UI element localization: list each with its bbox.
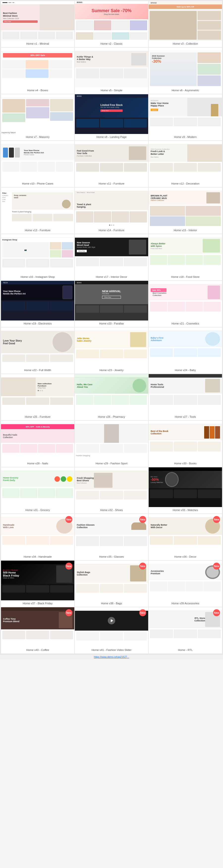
item-label: Home v23 - Jewelry	[98, 369, 124, 372]
item-label: Home v31 - Grocery	[24, 508, 51, 512]
list-item[interactable]: BROWN PLANTCERAMIC MUG Interior Collecti…	[149, 188, 222, 234]
thumbnail-v13: Filter Category Price Color Size Gray ce…	[1, 188, 74, 227]
item-label: Home v24 - Baby	[174, 369, 197, 372]
list-item[interactable]: Sale 50% Best CosmeticsCollection Home v…	[149, 281, 222, 327]
thumbnail-v38: New Stylish BagsCollection	[75, 561, 148, 600]
list-item[interactable]: Kuhle Things &A Better Way Best Sellers …	[75, 48, 148, 94]
list-item[interactable]: BSNS Limited Free Stock Get the best dea…	[75, 94, 148, 141]
thumbnail-v29: Fashion Shopping	[75, 421, 148, 460]
item-label: Home v5 - Simple	[100, 89, 123, 92]
list-item[interactable]: New Naturally BetterWith Decor Home v36 …	[149, 514, 222, 560]
list-item[interactable]: New Season Wood Head Towel & planthangin…	[75, 188, 148, 234]
list-item[interactable]: New Home v41 - Fashion Video Slider	[75, 607, 148, 653]
list-item[interactable]: 30% OFF Sale Home v4 - Boxes	[1, 48, 74, 94]
item-label: Home v19 - Electronics	[23, 322, 53, 325]
item-label: Home v38 - Bags	[100, 602, 123, 605]
thumbnail-v31: Home GroceryFresh Daily	[1, 467, 74, 507]
list-item[interactable]: New Fashion GlassesCollection Home v35 -…	[75, 514, 148, 560]
list-item[interactable]: TECH Your New PhoneNeeds the Perfect Art…	[1, 281, 74, 327]
list-item[interactable]: Filter Category Price Color Size Gray ce…	[1, 188, 74, 234]
thumbnail-v25: New collectionFurniture Shop Now	[1, 374, 74, 414]
item-label: Home v2 - Classic	[99, 42, 123, 45]
item-label: Home v7 - Masonry	[25, 135, 50, 138]
item-label: Home v27 - Tools	[174, 415, 197, 418]
thumbnail-v32: Fresh ShoppingBest Shoes New Collection	[75, 467, 148, 507]
product-grid: Best FashionMinimal Store New Collection…	[0, 0, 223, 654]
list-item[interactable]: 2019 Summer Collection Fresh Look &Bette…	[149, 141, 222, 187]
new-badge: New	[213, 609, 220, 616]
item-label: Home v40 - Coffee	[25, 648, 50, 651]
item-label: Home v33 - Watches	[172, 508, 199, 512]
thumbnail-v6: 2019 SummerCollection -30%	[149, 48, 222, 87]
new-badge: New	[139, 563, 146, 569]
thumbnail-v20: BSNS New Arrival The Best Shop Now	[75, 281, 148, 320]
thumbnail-v2: BSNS Summer Sale -70% Shop the best deal…	[75, 1, 148, 41]
list-item[interactable]: 40% OFF - Nails & Beauty Beautiful Nails…	[1, 421, 74, 467]
thumbnail-v11: Feel Good FromYour Sofa Furniture Collec…	[75, 141, 148, 181]
list-item[interactable]: Home ToolsProfessional Home v27 - Tools	[149, 374, 222, 420]
list-item[interactable]: Modern Make Your HomeHappy Place Explore…	[149, 94, 222, 141]
list-item[interactable]: New HandmadeWith Love Home v34 - Handmad…	[1, 514, 74, 560]
list-item[interactable]: Fresh ShoppingBest Shoes New Collection …	[75, 467, 148, 514]
new-badge: New	[65, 563, 72, 569]
item-label: Home v39 Accessories	[171, 602, 200, 605]
list-item[interactable]: Love Your StoryFeel Good Home v22 - Full…	[1, 328, 74, 374]
list-item[interactable]: Feel Good FromYour Sofa Furniture Collec…	[75, 141, 148, 187]
list-item[interactable]: New Stylish BagsCollection Home v38 - Ba…	[75, 561, 148, 607]
item-label: Home v11 - Furniture	[98, 182, 125, 185]
list-item[interactable]: Best of the BookCollection Home v30 - Bo…	[149, 421, 222, 467]
new-badge: New	[213, 563, 220, 569]
item-label: Home v1 - Minimal	[25, 42, 50, 45]
thumbnail-v34: New HandmadeWith Love	[1, 514, 74, 554]
list-item[interactable]: New collectionFurniture Shop Now Home v2…	[1, 374, 74, 420]
thumbnail-v33: BIG SALE -50% Luxury Watches	[149, 467, 222, 507]
item-label: Home v29 - Fashion Sport	[95, 462, 128, 465]
item-label: Home v22 - Full Width	[23, 369, 52, 372]
new-badge: New	[65, 516, 72, 523]
thumbnail-v41: New	[75, 607, 148, 647]
item-label: Home - RTL	[177, 648, 194, 651]
item-label: Home v20 - Parallax	[98, 322, 125, 325]
thumbnail-vrtl: New RTL StoreCollection	[149, 607, 222, 647]
item-label: Home v3 - Collection	[172, 42, 199, 45]
item-label: Home v10 - Phone Cases	[21, 182, 54, 185]
list-item[interactable]: Baby's FirstAdventure Home v24 - Baby	[149, 328, 222, 374]
list-item[interactable]: Best FashionMinimal Store New Collection…	[1, 1, 74, 47]
item-label: Home v25 - Furniture	[24, 415, 51, 418]
new-badge: New	[213, 516, 220, 523]
thumbnail-v37: New Black Friday 509 HomeBlack Friday De…	[1, 561, 74, 600]
list-item[interactable]: Always Betterwith Spice Fresh Food Store…	[149, 234, 222, 280]
item-label: Home v8 - Landing Page	[96, 135, 127, 138]
thumbnail-v3: BRAND Sale up to 50% Off	[149, 1, 222, 41]
item-label: Home v34 - Handmade	[23, 555, 53, 558]
list-item[interactable]: Inspired by Nature Home v7 - Masonry	[1, 94, 74, 141]
list-item[interactable]: Fashion Shopping Home v29 - Fashion Spor…	[75, 421, 148, 467]
item-label: Home v4 - Boxes	[26, 89, 49, 92]
thumbnail-v23: Jolie StoresSales Jewelry	[75, 328, 148, 367]
item-label: Home v13 - Furniture	[24, 229, 51, 232]
item-label: Home v17 - Interior Decor	[95, 275, 128, 278]
list-item[interactable]: Home GroceryFresh Daily Home v31 - Groce…	[1, 467, 74, 514]
list-item[interactable]: BRAND Sale up to 50% Off Home v3 - Colle…	[149, 1, 222, 47]
item-label: Home v28 - Nails	[26, 462, 49, 465]
list-item[interactable]: Your New PhoneNeeds the Perfect Art Phon…	[1, 141, 74, 187]
item-label: Home v15 - Interior	[173, 229, 198, 232]
list-item[interactable]: New AccessoriesPremium Home v39 Accessor…	[149, 561, 222, 607]
list-item[interactable]: New Black Friday 509 HomeBlack Friday De…	[1, 561, 74, 607]
item-label: Home v16 - Instagram Shop	[20, 275, 56, 278]
list-item[interactable]: BSNS New Arrival The Best Shop Now Home …	[75, 281, 148, 327]
thumbnail-v8: BSNS Limited Free Stock Get the best dea…	[75, 94, 148, 134]
list-item[interactable]: Hello, We CareAbout You Home v26 - Pharm…	[75, 374, 148, 420]
item-label: Home v30 - Books	[173, 462, 197, 465]
list-item[interactable]: Instagram Shop 📷 Home v16 - Instagram Sh…	[1, 234, 74, 280]
list-item[interactable]: Jolie StoresSales Jewelry Home v23 - Jew…	[75, 328, 148, 374]
list-item[interactable]: BIG SALE -50% Luxury Watches Home v33 - …	[149, 467, 222, 514]
list-item[interactable]: New Coffee TimePremium Blend Home v40 - …	[1, 607, 74, 653]
thumbnail-v5: Kuhle Things &A Better Way Best Sellers	[75, 48, 148, 87]
list-item[interactable]: New SeasonWood Head Always Better with S…	[75, 234, 148, 280]
list-item[interactable]: 2019 SummerCollection -30% Home v6 - Asy…	[149, 48, 222, 94]
thumbnail-v1: Best FashionMinimal Store New Collection…	[1, 1, 74, 41]
list-item[interactable]: New RTL StoreCollection Home - RTL	[149, 607, 222, 653]
thumbnail-v9: Modern Make Your HomeHappy Place Explore	[149, 94, 222, 134]
list-item[interactable]: BSNS Summer Sale -70% Shop the best deal…	[75, 1, 148, 47]
